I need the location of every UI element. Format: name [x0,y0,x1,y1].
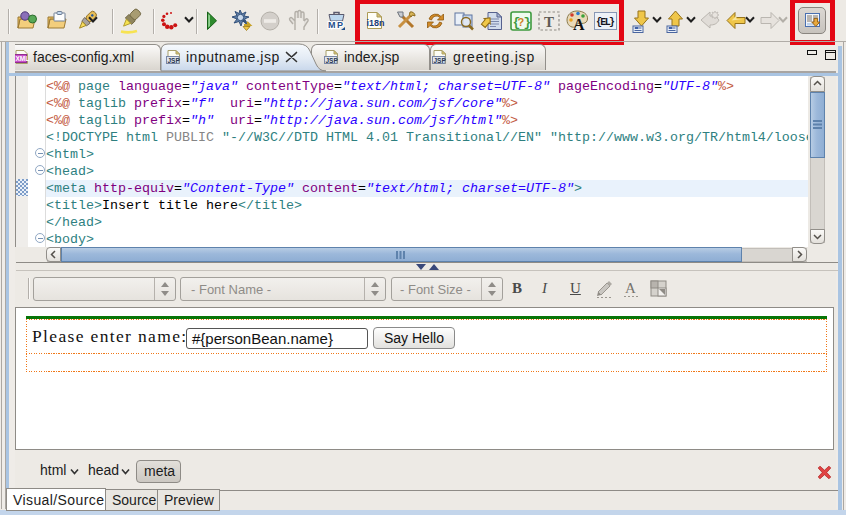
svg-text:M: M [328,20,336,30]
svg-text:JSP: JSP [434,57,447,64]
svg-text:JSP: JSP [326,57,339,64]
svg-text:P: P [337,20,343,30]
svg-text:JSP: JSP [168,57,181,64]
svg-text:XML: XML [16,55,30,62]
svg-text:A: A [625,280,636,296]
